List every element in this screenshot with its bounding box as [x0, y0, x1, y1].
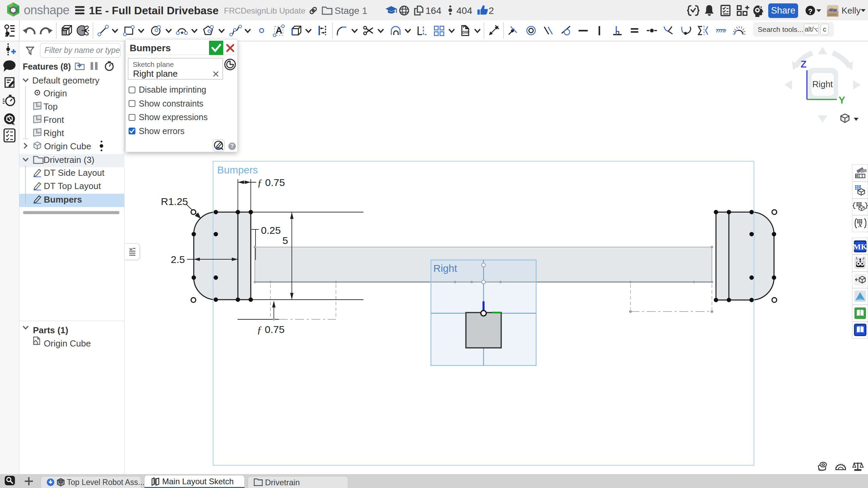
svg-text:404: 404: [456, 5, 472, 16]
svg-text:1E - Full Detail Drivebase: 1E - Full Detail Drivebase: [89, 4, 219, 17]
svg-text:2.5: 2.5: [171, 254, 185, 265]
svg-text:onshape: onshape: [24, 3, 70, 17]
svg-text:0.25: 0.25: [261, 225, 281, 236]
svg-text:Kelly: Kelly: [842, 5, 861, 16]
svg-text:A: A: [276, 25, 282, 36]
svg-text:x: x: [858, 220, 862, 229]
svg-text:FRCDesignLib Update: FRCDesignLib Update: [224, 6, 305, 15]
svg-text:Right: Right: [433, 263, 457, 274]
svg-text:Z: Z: [800, 59, 807, 70]
svg-text:Bumpers: Bumpers: [217, 164, 258, 175]
svg-text:Right: Right: [812, 79, 833, 89]
svg-text:Stage 1: Stage 1: [335, 5, 367, 16]
svg-text:ƒ 0.75: ƒ 0.75: [257, 324, 285, 335]
svg-text:164: 164: [426, 5, 441, 16]
svg-text:?: ?: [808, 7, 812, 16]
svg-text:5: 5: [282, 235, 288, 246]
svg-text:2: 2: [489, 5, 494, 16]
svg-text:ƒ 0.75: ƒ 0.75: [257, 177, 285, 188]
svg-text:DXF: DXF: [463, 31, 469, 34]
svg-text:MK: MK: [853, 242, 867, 251]
svg-text:Y: Y: [838, 95, 845, 106]
svg-text:R1.25: R1.25: [161, 196, 188, 207]
